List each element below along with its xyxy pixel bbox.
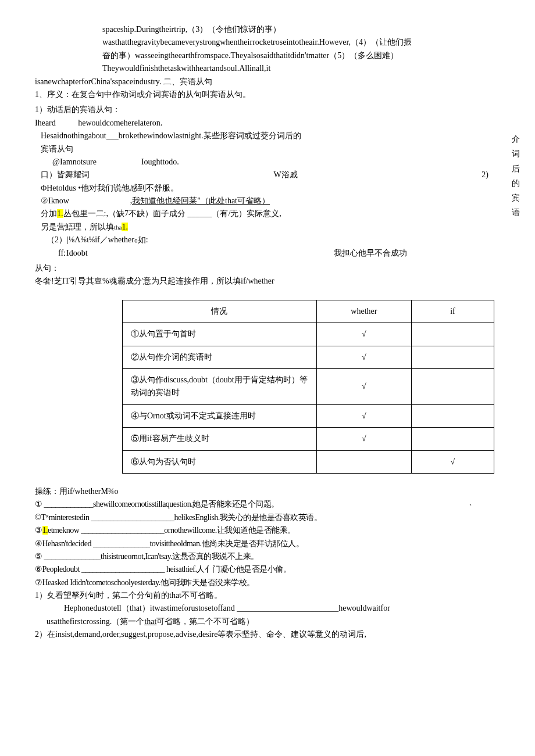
notes-n2b-a: usatthefirstcrossing.（第一个 [47,617,144,626]
side-c5: 宾 [512,191,523,205]
intro-l4: Theywouldfinishthetaskwithheartandsoul.A… [102,62,500,75]
practice-l3c: etmeknow ______________________ornothewi… [48,526,295,535]
practice-tick: 、 [469,496,477,508]
row3-if [411,368,494,404]
intro-l5a: isanewchapterforChina'sspaceindustry. [35,77,161,86]
intro-l1: spaceship.Duringtheirtrip,（3）（令他们惊讶的事） [102,23,500,36]
row4-if [411,404,494,427]
dong-l5c: 2) [482,169,488,181]
dong-l4a: @Iamnotsure [52,157,97,166]
dong-l5a: 口）皆舞耀词 [41,169,90,181]
row3-text: ③从句作discuss,doubt（doubt用于肯定结构时）等动词的宾语时 [123,368,317,404]
side-c6: 语 [512,205,523,220]
cong-l1: 从句： [35,262,500,275]
dong-l4b: Ioughttodo. [141,157,179,166]
practice-l6: ⑥Peopledoubt ______________________ heis… [35,563,500,576]
dong-l7b: ,我知道他也经回莱"（此处that可省略） [130,196,270,205]
row6-text: ⑥从句为否认句时 [123,450,317,473]
row2-whether: √ [316,346,411,368]
dong-l4: @Iamnotsure Ioughttodo. [35,156,500,169]
dong-l5b: W浴戚 [274,169,298,181]
row2-if [411,346,494,368]
practice-title: 操练：用if/whetherM¾o [35,485,500,498]
dong-l2: Hesaidnothingabout___brokethewindowlastn… [35,130,500,142]
dong-l11a: ffːIdoobt [58,247,88,260]
row5-if [411,428,494,450]
side-c2: 词 [512,146,523,161]
dong-l9: 另是营鯃理，所以填tha1. [35,221,500,234]
side-c4: 的 [512,176,523,191]
row5-text: ⑤用if容易产生歧义时 [123,428,317,450]
dong-l6b: •他对我们说他感到不舒服。 [78,184,179,192]
row1-text: ①从句置于句首时 [123,323,317,346]
notes-n2c: that [144,617,156,626]
cong-l2: 冬奢!芝IT引导其亶%魂霸成分'意为只起连接作用，所以填if/whether [35,275,500,288]
th-whether: whether [316,300,411,323]
row2-text: ②从句作介词的宾语时 [123,346,317,368]
intro-l5: isanewchapterforChina'sspaceindustry. 二、… [35,76,500,88]
notes-n2b: usatthefirstcrossing.（第一个that可省略，第二个不可省略… [35,615,500,628]
side-c1: 介 [512,132,523,146]
hl-2: 1. [122,223,128,231]
dong-l8: 分加1.丛包里一二:,（缺7不缺）面子成分 ______（有/无）实际意义, [35,207,500,220]
dong-l11b: 我担心他早不合成功 [334,247,407,260]
row6-whether [316,450,411,473]
row1-if [411,323,494,346]
dong-l7a: ②Iknow [41,196,69,205]
practice-l4: ④Hehasn'tdecided _______________tovisitt… [35,538,500,550]
notes-n2d: 可省略，第二个不可省略） [156,617,254,626]
th-situation: 情况 [123,300,317,323]
row3-whether: √ [316,368,411,404]
practice-l2: ©Tˣminterestedin ______________________h… [35,511,500,524]
intro-l3: 奋的事）wasseeingtheearthfromspace.Theyalsos… [102,49,500,62]
side-c3: 后 [512,162,523,176]
whether-if-table: 情况 whether if ①从句置于句首时 √ ②从句作介词的宾语时 √ ③从… [122,300,494,474]
dong-l3: 宾语从句 [35,143,500,156]
intro-l2: wasthatthegravitybecameverystrongwhenthe… [102,36,500,49]
row4-whether: √ [316,404,411,427]
practice-l5: ⑤ _______________thisistrueornot,Ican'ts… [35,550,500,563]
hl-1: 1. [57,209,63,218]
dong-l10: （2）|⅛Λ⅜ι⅛if／whether₀如: [35,234,500,246]
dong-l1a: Iheard [35,119,56,127]
dong-l6a: ΦHetoldus [41,184,76,192]
th-if: if [411,300,494,323]
row6-if: √ [411,450,494,473]
practice-l3a: ③ [35,526,42,535]
notes-n3: 2）在insist,demand,order,suggest,propose,a… [35,628,500,641]
row1-whether: √ [316,323,411,346]
dong-l6: ΦHetoldus •他对我们说他感到不舒服。 [35,182,500,195]
dong-l1b: hewouldcomeherelateron. [78,119,162,127]
practice-l1: ① _____________shewillcomeornotisstillaq… [35,498,500,511]
dong-l1: Iheard hewouldcomeherelateron. [35,117,500,130]
intro-l5b: 二、宾语从句 [163,77,212,86]
dong-l7: ②Iknow ,我知道他也经回莱"（此处that可省略） [35,195,500,207]
notes-n2a: Hephonedustotell（that）itwastimeforustose… [35,602,500,615]
practice-l7: ⑦Heasked Ididn'tcometoschoolyesterday.他问… [35,576,500,589]
dong-title: 1）动话后的宾语从句： [35,103,500,116]
side-vertical: 介 词 后 的 宾 语 [512,132,523,220]
row5-whether: √ [316,428,411,450]
intro-def: 1、序义：在复合句中作动词或介词宾语的从句叫宾语从句。 [35,88,500,101]
hl-3: 1. [42,526,48,535]
notes-n1: 1）夊看望孥列句时，第二个分句前的that不可省略。 [35,589,500,602]
row4-text: ④与Ornot或动词不定式直接连用时 [123,404,317,427]
practice-l3: ③1.etmeknow ______________________ornoth… [35,524,500,537]
